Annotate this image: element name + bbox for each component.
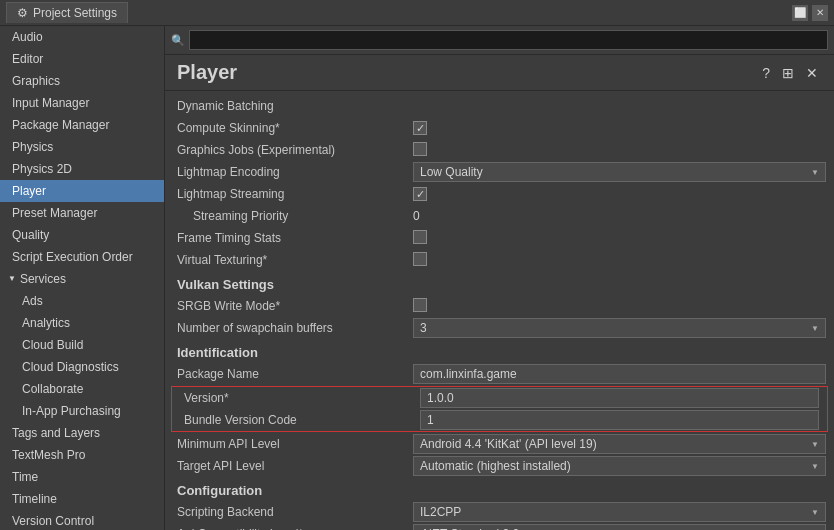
help-button[interactable]: ? [758, 63, 774, 83]
sidebar-item-timeline[interactable]: Timeline [0, 488, 164, 510]
sidebar-item-time[interactable]: Time [0, 466, 164, 488]
minimum-api-value: Android 4.4 'KitKat' (API level 19) [420, 437, 597, 451]
setting-value[interactable]: Automatic (highest installed) ▼ [413, 456, 826, 476]
sidebar-item-editor[interactable]: Editor [0, 48, 164, 70]
setting-value[interactable] [413, 252, 826, 269]
setting-row-target-api: Target API Level Automatic (highest inst… [165, 455, 834, 477]
target-api-value: Automatic (highest installed) [420, 459, 571, 473]
sidebar: Audio Editor Graphics Input Manager Pack… [0, 26, 165, 530]
title-bar: ⚙ Project Settings ⬜ ✕ [0, 0, 834, 26]
dropdown-minimum-api[interactable]: Android 4.4 'KitKat' (API level 19) ▼ [413, 434, 826, 454]
settings-icon: ⚙ [17, 6, 28, 20]
setting-label: Target API Level [173, 459, 413, 473]
chevron-down-icon: ▼ [811, 168, 819, 177]
header-actions: ? ⊞ ✕ [758, 63, 822, 83]
sidebar-item-physics-2d[interactable]: Physics 2D [0, 158, 164, 180]
sidebar-item-cloud-diagnostics[interactable]: Cloud Diagnostics [0, 356, 164, 378]
dropdown-target-api[interactable]: Automatic (highest installed) ▼ [413, 456, 826, 476]
setting-value[interactable]: .NET Standard 2.0 ▼ [413, 524, 826, 530]
sidebar-item-textmesh-pro[interactable]: TextMesh Pro [0, 444, 164, 466]
setting-value[interactable]: Android 4.4 'KitKat' (API level 19) ▼ [413, 434, 826, 454]
sidebar-item-graphics[interactable]: Graphics [0, 70, 164, 92]
version-value: 1.0.0 [420, 388, 819, 408]
checkbox-graphics-jobs[interactable] [413, 142, 427, 156]
sidebar-item-version-control[interactable]: Version Control [0, 510, 164, 530]
setting-value[interactable]: 1.0.0 [420, 388, 819, 408]
services-label: Services [20, 270, 66, 288]
sidebar-item-package-manager[interactable]: Package Manager [0, 114, 164, 136]
sidebar-item-quality[interactable]: Quality [0, 224, 164, 246]
sidebar-item-input-manager[interactable]: Input Manager [0, 92, 164, 114]
setting-value[interactable]: 1 [420, 410, 819, 430]
sidebar-item-tags-and-layers[interactable]: Tags and Layers [0, 422, 164, 444]
close-panel-button[interactable]: ✕ [802, 63, 822, 83]
settings-scroll[interactable]: Dynamic Batching Compute Skinning* Graph… [165, 91, 834, 530]
chevron-down-icon: ▼ [811, 440, 819, 449]
sidebar-item-analytics[interactable]: Analytics [0, 312, 164, 334]
sidebar-item-physics[interactable]: Physics [0, 136, 164, 158]
sidebar-item-preset-manager[interactable]: Preset Manager [0, 202, 164, 224]
dropdown-api-compat[interactable]: .NET Standard 2.0 ▼ [413, 524, 826, 530]
dropdown-scripting-backend[interactable]: IL2CPP ▼ [413, 502, 826, 522]
checkbox-virtual-texturing[interactable] [413, 252, 427, 266]
sidebar-item-script-execution-order[interactable]: Script Execution Order [0, 246, 164, 268]
setting-label: Package Name [173, 367, 413, 381]
layout-button[interactable]: ⊞ [778, 63, 798, 83]
setting-label: Bundle Version Code [180, 413, 420, 427]
page-title: Player [177, 61, 237, 84]
setting-label: Lightmap Streaming [173, 187, 413, 201]
setting-label: Version* [180, 391, 420, 405]
sidebar-item-ads[interactable]: Ads [0, 290, 164, 312]
minimize-button[interactable]: ⬜ [792, 5, 808, 21]
streaming-priority-value: 0 [413, 209, 420, 223]
checkbox-frame-timing[interactable] [413, 230, 427, 244]
setting-row-graphics-jobs: Graphics Jobs (Experimental) [165, 139, 834, 161]
setting-row-lightmap-encoding: Lightmap Encoding Low Quality ▼ [165, 161, 834, 183]
checkbox-lightmap-streaming[interactable] [413, 187, 427, 201]
dropdown-swapchain-buffers[interactable]: 3 ▼ [413, 318, 826, 338]
dropdown-lightmap-encoding-value: Low Quality [420, 165, 483, 179]
expand-triangle-icon: ▼ [8, 270, 16, 288]
setting-label: Scripting Backend [173, 505, 413, 519]
setting-row-compute-skinning: Compute Skinning* [165, 117, 834, 139]
setting-label: SRGB Write Mode* [173, 299, 413, 313]
sidebar-item-collaborate[interactable]: Collaborate [0, 378, 164, 400]
close-button[interactable]: ✕ [812, 5, 828, 21]
sidebar-item-audio[interactable]: Audio [0, 26, 164, 48]
setting-label: Number of swapchain buffers [173, 321, 413, 335]
sidebar-item-in-app-purchasing[interactable]: In-App Purchasing [0, 400, 164, 422]
dropdown-lightmap-encoding[interactable]: Low Quality ▼ [413, 162, 826, 182]
setting-value[interactable] [413, 187, 826, 202]
setting-row-minimum-api: Minimum API Level Android 4.4 'KitKat' (… [165, 433, 834, 455]
setting-label: Streaming Priority [173, 209, 413, 223]
setting-value[interactable] [413, 298, 826, 315]
chevron-down-icon: ▼ [811, 508, 819, 517]
search-input[interactable] [189, 30, 828, 50]
setting-label: Dynamic Batching [173, 99, 413, 113]
search-icon: 🔍 [171, 34, 185, 47]
setting-value[interactable] [413, 230, 826, 247]
setting-value[interactable]: 3 ▼ [413, 318, 826, 338]
highlight-section: Version* 1.0.0 Bundle Version Code 1 [171, 386, 828, 432]
sidebar-item-player[interactable]: Player [0, 180, 164, 202]
setting-row-frame-timing: Frame Timing Stats [165, 227, 834, 249]
setting-row-streaming-priority: Streaming Priority 0 [165, 205, 834, 227]
checkbox-compute-skinning[interactable] [413, 121, 427, 135]
content-header: Player ? ⊞ ✕ [165, 55, 834, 91]
setting-value[interactable]: com.linxinfa.game [413, 364, 826, 384]
setting-row-api-compat: Api Compatibility Level* .NET Standard 2… [165, 523, 834, 530]
sidebar-item-services[interactable]: ▼ Services [0, 268, 164, 290]
setting-row-virtual-texturing: Virtual Texturing* [165, 249, 834, 271]
title-bar-controls: ⬜ ✕ [792, 5, 828, 21]
title-bar-tab: ⚙ Project Settings [6, 2, 128, 23]
setting-value[interactable]: Low Quality ▼ [413, 162, 826, 182]
chevron-down-icon: ▼ [811, 462, 819, 471]
setting-label: Graphics Jobs (Experimental) [173, 143, 413, 157]
checkbox-srgb-write[interactable] [413, 298, 427, 312]
setting-value[interactable]: IL2CPP ▼ [413, 502, 826, 522]
setting-value[interactable] [413, 121, 826, 136]
setting-value[interactable] [413, 142, 826, 159]
setting-row-bundle-version-code: Bundle Version Code 1 [172, 409, 827, 431]
main-container: Audio Editor Graphics Input Manager Pack… [0, 26, 834, 530]
sidebar-item-cloud-build[interactable]: Cloud Build [0, 334, 164, 356]
